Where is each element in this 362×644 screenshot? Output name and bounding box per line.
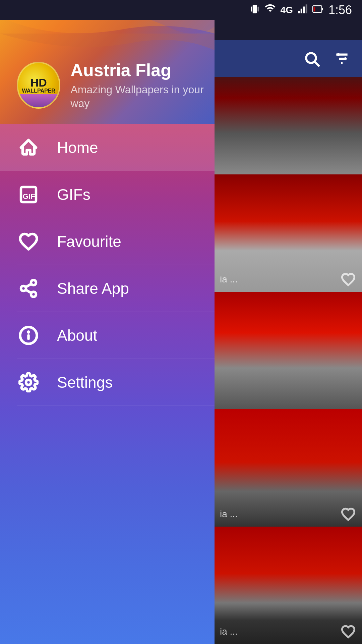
status-bar: 4G 1:56 [0,0,362,20]
logo-wallpaper-text: WALLPAPER [22,88,55,94]
svg-rect-0 [252,5,257,13]
svg-rect-2 [257,6,258,11]
favourite-icon [17,230,40,253]
signal-bars-icon [298,4,308,16]
svg-rect-8 [322,8,323,10]
about-icon [17,324,40,347]
svg-point-27 [26,380,31,385]
wallpaper-thumb-3[interactable] [215,292,362,409]
wallpaper-thumb-4[interactable]: ia ... [215,409,362,527]
drawer-menu: Home GIF GIFs Favourite [0,124,215,644]
search-icon[interactable] [302,49,322,69]
heart-button-2[interactable] [340,271,357,288]
svg-text:GIF: GIF [23,192,36,201]
menu-extra-space [0,406,215,644]
drawer: HD WALLPAPER Austria Flag Amazing Wallpa… [0,0,215,644]
status-icons: 4G 1:56 [250,3,352,17]
wallpaper-grid: ia ... ia ... ia ... [215,0,362,644]
wallpaper-thumb-2[interactable]: ia ... [215,174,362,292]
menu-label-about: About [57,326,97,344]
svg-line-23 [25,284,31,287]
heart-button-4[interactable] [340,506,357,523]
home-icon [17,136,40,159]
top-action-bar [215,40,362,77]
menu-item-favourite[interactable]: Favourite [0,218,215,265]
app-text: Austria Flag Amazing Wallpapers in your … [70,60,215,111]
vibrate-icon [250,4,260,16]
app-name: Austria Flag [70,60,215,80]
thumb-label-2: ia ... [220,274,238,285]
wallpaper-thumb-5[interactable]: ia ... [215,527,362,644]
thumb-footer-2: ia ... [215,267,362,292]
share-icon [17,277,40,300]
logo-arc [18,94,59,107]
app-tagline: Amazing Wallpapers in your way [70,83,215,111]
menu-item-home[interactable]: Home [0,124,215,171]
menu-label-share: Share App [57,279,129,298]
svg-rect-3 [298,11,300,13]
menu-item-settings[interactable]: Settings [0,359,215,406]
app-logo: HD WALLPAPER [17,62,60,109]
filter-icon[interactable] [332,49,352,69]
4g-icon: 4G [281,5,293,15]
wifi-icon [264,3,276,17]
settings-icon [17,371,40,394]
thumb-footer-5: ia ... [215,619,362,644]
app-info: HD WALLPAPER Austria Flag Amazing Wallpa… [17,60,215,111]
thumb-footer-4: ia ... [215,502,362,527]
thumb-label-4: ia ... [220,509,238,520]
svg-line-11 [315,62,318,65]
menu-label-home: Home [57,139,98,157]
battery-icon [312,4,324,16]
menu-item-share[interactable]: Share App [0,265,215,312]
thumb-label-5: ia ... [220,626,238,637]
svg-rect-5 [303,6,305,13]
menu-label-settings: Settings [57,373,113,391]
menu-label-gifs: GIFs [57,185,90,204]
heart-button-5[interactable] [340,623,357,640]
svg-point-16 [344,57,347,60]
svg-rect-9 [314,6,315,11]
svg-point-15 [337,53,340,56]
logo-hd-text: HD [31,77,47,88]
svg-rect-4 [301,8,302,13]
menu-item-about[interactable]: About [0,312,215,359]
svg-rect-1 [251,6,252,11]
svg-line-22 [25,290,31,293]
status-time: 1:56 [328,3,352,17]
menu-label-favourite: Favourite [57,232,121,251]
menu-item-gifs[interactable]: GIF GIFs [0,171,215,218]
svg-rect-6 [306,4,307,13]
gif-icon: GIF [17,183,40,206]
